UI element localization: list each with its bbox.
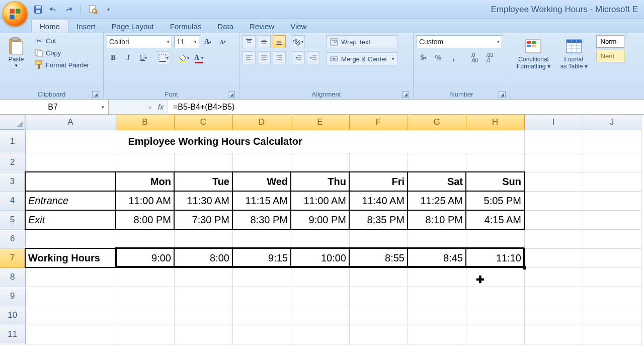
font-launcher[interactable]: ◢ bbox=[228, 91, 235, 98]
svg-rect-52 bbox=[567, 40, 582, 43]
alignment-launcher[interactable]: ◢ bbox=[402, 91, 409, 98]
number-launcher[interactable]: ◢ bbox=[499, 91, 506, 98]
row-header-3[interactable]: 3 bbox=[0, 172, 25, 191]
col-header-F[interactable]: F bbox=[349, 115, 408, 130]
cancel-formula-icon[interactable]: ● bbox=[148, 103, 152, 111]
font-name-combo[interactable]: Calibri▾ bbox=[107, 35, 172, 48]
align-left-button[interactable] bbox=[243, 51, 256, 64]
format-painter-button[interactable]: Format Painter bbox=[32, 59, 91, 70]
italic-button[interactable]: I bbox=[122, 51, 135, 64]
increase-indent-button[interactable] bbox=[307, 51, 320, 64]
svg-rect-2 bbox=[10, 15, 15, 19]
tab-review[interactable]: Review bbox=[242, 20, 282, 33]
col-header-B[interactable]: B bbox=[116, 115, 174, 130]
tab-data[interactable]: Data bbox=[209, 20, 242, 33]
svg-rect-16 bbox=[38, 64, 40, 69]
tab-home[interactable]: Home bbox=[31, 20, 68, 33]
font-size-combo[interactable]: 11▾ bbox=[174, 35, 199, 48]
row-header-1[interactable]: 1 bbox=[0, 130, 25, 153]
svg-rect-6 bbox=[36, 10, 40, 13]
select-all-corner[interactable] bbox=[0, 115, 25, 130]
align-top-button[interactable] bbox=[243, 35, 256, 48]
clipboard-launcher[interactable]: ◢ bbox=[92, 91, 99, 98]
format-as-table-button[interactable]: Formatas Table ▾ bbox=[557, 35, 591, 72]
row-header-6[interactable]: 6 bbox=[0, 229, 25, 248]
save-icon[interactable] bbox=[33, 5, 43, 15]
grow-font-button[interactable]: A▴ bbox=[201, 35, 214, 48]
tab-page-layout[interactable]: Page Layout bbox=[104, 20, 162, 33]
tab-view[interactable]: View bbox=[282, 20, 314, 33]
name-box-input[interactable] bbox=[4, 103, 102, 112]
align-bottom-button[interactable] bbox=[273, 35, 286, 48]
svg-rect-12 bbox=[12, 42, 23, 55]
svg-rect-44 bbox=[331, 38, 338, 45]
fill-color-button[interactable]: ▾ bbox=[177, 51, 190, 64]
redo-icon[interactable] bbox=[63, 5, 73, 15]
font-color-button[interactable]: A▾ bbox=[192, 51, 205, 64]
currency-button[interactable]: $▾ bbox=[417, 51, 430, 64]
row-header-10[interactable]: 10 bbox=[0, 306, 25, 325]
svg-line-9 bbox=[96, 13, 98, 14]
row-header-11[interactable]: 11 bbox=[0, 325, 25, 344]
merge-center-button[interactable]: Merge & Center▾ bbox=[326, 52, 398, 65]
svg-rect-48 bbox=[532, 41, 536, 44]
decrease-indent-button[interactable] bbox=[292, 51, 305, 64]
tab-formulas[interactable]: Formulas bbox=[162, 20, 210, 33]
name-box[interactable]: ▾ bbox=[0, 100, 109, 114]
row-header-5[interactable]: 5 bbox=[0, 210, 25, 229]
borders-button[interactable]: ▾ bbox=[157, 51, 170, 64]
undo-icon[interactable] bbox=[48, 5, 58, 15]
fill-handle[interactable] bbox=[523, 266, 526, 269]
col-header-A[interactable]: A bbox=[25, 115, 116, 130]
svg-rect-0 bbox=[10, 9, 15, 14]
cell-style-neutral[interactable]: Neut bbox=[596, 50, 624, 62]
row-header-2[interactable]: 2 bbox=[0, 153, 25, 172]
comma-button[interactable]: , bbox=[447, 51, 460, 64]
col-header-D[interactable]: D bbox=[232, 115, 291, 130]
shrink-font-button[interactable]: A▾ bbox=[216, 35, 229, 48]
wrap-text-button[interactable]: Wrap Text bbox=[326, 35, 398, 48]
cell-B1-title[interactable]: Employee Working Hours Calculator bbox=[116, 130, 524, 153]
decrease-decimal-button[interactable]: .00.0 bbox=[483, 51, 496, 64]
row-header-7[interactable]: 7 bbox=[0, 248, 25, 267]
col-header-C[interactable]: C bbox=[174, 115, 232, 130]
svg-rect-15 bbox=[36, 61, 42, 64]
svg-rect-5 bbox=[36, 6, 41, 9]
office-button[interactable] bbox=[3, 2, 27, 26]
svg-rect-3 bbox=[16, 15, 20, 19]
align-right-button[interactable] bbox=[273, 51, 286, 64]
svg-rect-19 bbox=[179, 61, 186, 62]
print-preview-icon[interactable] bbox=[88, 5, 98, 15]
paste-button[interactable]: Paste ▾ bbox=[3, 35, 29, 69]
row-header-4[interactable]: 4 bbox=[0, 191, 25, 210]
cell-style-normal[interactable]: Norm bbox=[596, 35, 624, 48]
svg-rect-11 bbox=[12, 37, 18, 41]
orientation-button[interactable]: ab▾ bbox=[292, 35, 305, 48]
row-header-8[interactable]: 8 bbox=[0, 267, 25, 287]
col-header-J[interactable]: J bbox=[583, 115, 641, 130]
svg-rect-1 bbox=[16, 9, 20, 14]
cell-J1[interactable] bbox=[583, 130, 641, 153]
bold-button[interactable]: B bbox=[107, 51, 120, 64]
tab-insert[interactable]: Insert bbox=[68, 20, 104, 33]
increase-decimal-button[interactable]: .0.00 bbox=[468, 51, 481, 64]
col-header-E[interactable]: E bbox=[291, 115, 349, 130]
qat-dropdown-icon[interactable]: ▾ bbox=[103, 5, 113, 15]
fx-icon[interactable]: fx bbox=[158, 103, 164, 111]
cut-button[interactable]: ✂Cut bbox=[32, 35, 91, 46]
align-center-button[interactable] bbox=[258, 51, 271, 64]
col-header-H[interactable]: H bbox=[466, 115, 524, 130]
col-header-G[interactable]: G bbox=[408, 115, 466, 130]
cell-A1[interactable] bbox=[25, 130, 116, 153]
row-header-9[interactable]: 9 bbox=[0, 287, 25, 306]
cell-I1[interactable] bbox=[524, 130, 583, 153]
formula-bar-input[interactable] bbox=[168, 100, 644, 114]
svg-rect-47 bbox=[527, 41, 531, 44]
percent-button[interactable]: % bbox=[432, 51, 445, 64]
copy-button[interactable]: Copy bbox=[32, 47, 91, 58]
number-format-combo[interactable]: Custom▾ bbox=[417, 35, 502, 48]
underline-button[interactable]: U▾ bbox=[137, 51, 150, 64]
conditional-formatting-button[interactable]: ConditionalFormatting ▾ bbox=[513, 35, 554, 72]
align-middle-button[interactable] bbox=[258, 35, 271, 48]
col-header-I[interactable]: I bbox=[524, 115, 583, 130]
